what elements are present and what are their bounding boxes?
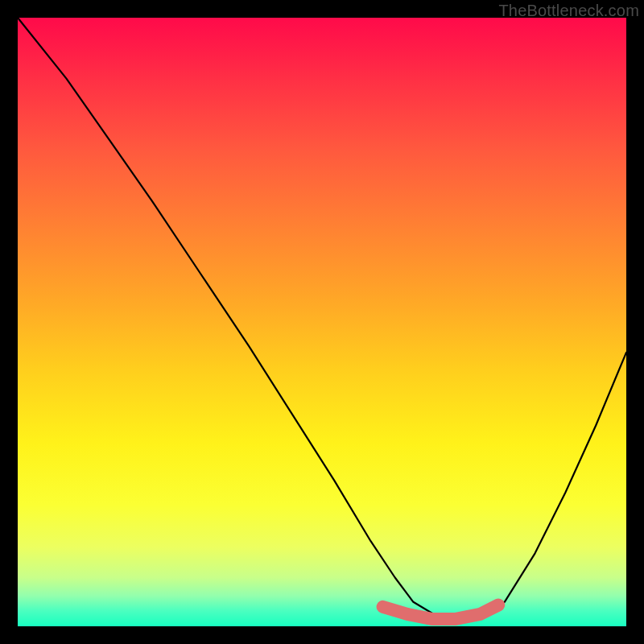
plot-area <box>18 18 626 626</box>
chart-svg <box>18 18 626 626</box>
optimal-range-highlight <box>383 605 499 619</box>
watermark-text: TheBottleneck.com <box>498 2 639 20</box>
bottleneck-curve <box>18 18 626 620</box>
chart-frame: TheBottleneck.com <box>0 0 644 644</box>
